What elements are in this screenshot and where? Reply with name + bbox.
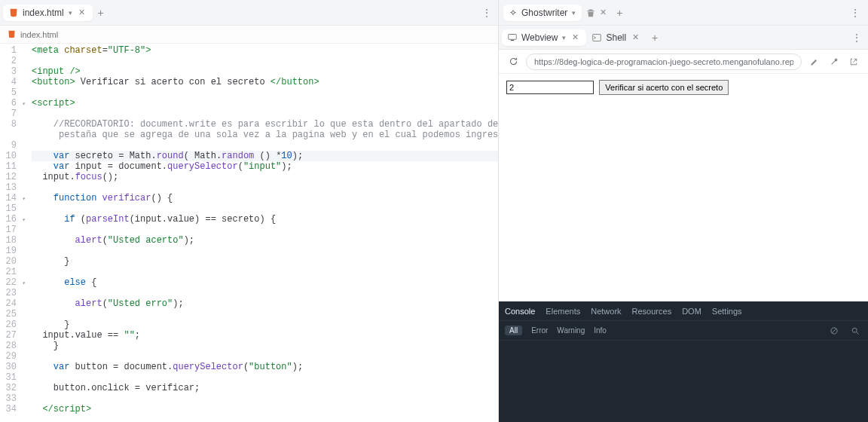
wrench-icon[interactable]: [827, 55, 841, 69]
filter-warning[interactable]: Warning: [557, 326, 585, 335]
new-tab-button[interactable]: +: [93, 5, 109, 21]
sparkle-icon: ✧: [509, 8, 517, 18]
open-external-icon[interactable]: [847, 55, 860, 69]
more-icon[interactable]: ⋮: [478, 5, 495, 21]
editor-tab-label: index.html: [23, 8, 64, 18]
url-input[interactable]: [526, 54, 802, 70]
editor-tab-index[interactable]: index.html ▾ ✕: [3, 5, 93, 21]
svg-line-4: [832, 329, 836, 333]
terminal-icon: [592, 33, 601, 42]
ghost-tab-strip: ✧ Ghostwriter ▾ ✕ + ⋮: [499, 0, 868, 26]
close-icon[interactable]: ✕: [631, 32, 640, 42]
verify-button[interactable]: Verificar si acerto con el secreto: [599, 80, 729, 95]
breadcrumb-bar: index.html: [0, 26, 498, 44]
breadcrumb: index.html: [20, 30, 58, 39]
filter-all[interactable]: All: [505, 326, 522, 335]
code-area[interactable]: <meta charset="UTF-8"><input /><button> …: [21, 44, 498, 422]
webview-content: Verificar si acerto con el secreto: [499, 74, 868, 301]
devtools-tab-dom[interactable]: DOM: [682, 307, 701, 316]
close-icon[interactable]: ✕: [77, 8, 87, 17]
svg-rect-1: [511, 40, 515, 41]
devtools-tabs: Console Elements Network Resources DOM S…: [499, 301, 868, 321]
editor-tab-strip: index.html ▾ ✕ + ⋮: [0, 0, 498, 26]
close-icon[interactable]: ✕: [600, 8, 607, 17]
tab-ghostwriter[interactable]: ✧ Ghostwriter ▾: [503, 5, 582, 21]
devtools-tab-network[interactable]: Network: [591, 307, 621, 316]
devtools-tab-settings[interactable]: Settings: [712, 307, 742, 316]
tab-shell[interactable]: Shell ✕: [586, 29, 646, 46]
ban-icon[interactable]: [827, 324, 841, 338]
line-gutter: 123456▾7891011121314▾1516▾171819202122▾2…: [0, 44, 21, 422]
trash-icon[interactable]: [586, 8, 595, 17]
url-bar-row: [499, 50, 868, 74]
filter-error[interactable]: Error: [531, 326, 548, 335]
svg-point-5: [852, 328, 857, 332]
svg-rect-2: [593, 34, 601, 41]
page-number-input[interactable]: [506, 81, 594, 94]
svg-line-6: [857, 332, 859, 334]
search-icon[interactable]: [848, 324, 862, 338]
filter-info[interactable]: Info: [594, 326, 607, 335]
html-file-icon: [8, 30, 16, 38]
chevron-down-icon[interactable]: ▾: [562, 34, 566, 41]
devtools-tab-console[interactable]: Console: [505, 307, 535, 316]
new-tab-button[interactable]: +: [611, 5, 628, 21]
devtools-tab-resources[interactable]: Resources: [632, 307, 672, 316]
pencil-icon[interactable]: [808, 55, 821, 69]
more-icon[interactable]: ⋮: [848, 29, 865, 46]
shell-tab-label: Shell: [606, 32, 626, 43]
tab-webview[interactable]: Webview ▾ ✕: [502, 29, 586, 46]
close-icon[interactable]: ✕: [570, 32, 580, 42]
editor-pane: index.html ▾ ✕ + ⋮ index.html 123456▾789…: [0, 0, 499, 422]
devtools-panel: Console Elements Network Resources DOM S…: [499, 301, 868, 422]
svg-rect-0: [509, 34, 517, 39]
chevron-down-icon[interactable]: ▾: [572, 9, 576, 17]
devtools-tab-elements[interactable]: Elements: [546, 307, 580, 316]
chevron-down-icon[interactable]: ▾: [69, 9, 72, 17]
code-editor[interactable]: 123456▾7891011121314▾1516▾171819202122▾2…: [0, 44, 498, 422]
ghost-tab-label: Ghostwriter: [521, 8, 567, 18]
devtools-console-body[interactable]: [499, 341, 868, 422]
reload-icon[interactable]: [506, 55, 520, 69]
more-icon[interactable]: ⋮: [847, 5, 863, 21]
new-tab-button[interactable]: +: [646, 29, 663, 46]
right-pane: ✧ Ghostwriter ▾ ✕ + ⋮ Webview ▾ ✕ Shell …: [499, 0, 868, 422]
devtools-filter-row: All Error Warning Info: [499, 321, 868, 341]
webview-tab-label: Webview: [521, 32, 558, 43]
html-file-icon: [9, 8, 18, 17]
monitor-icon: [508, 33, 517, 42]
tool-tab-strip: Webview ▾ ✕ Shell ✕ + ⋮: [499, 26, 868, 50]
